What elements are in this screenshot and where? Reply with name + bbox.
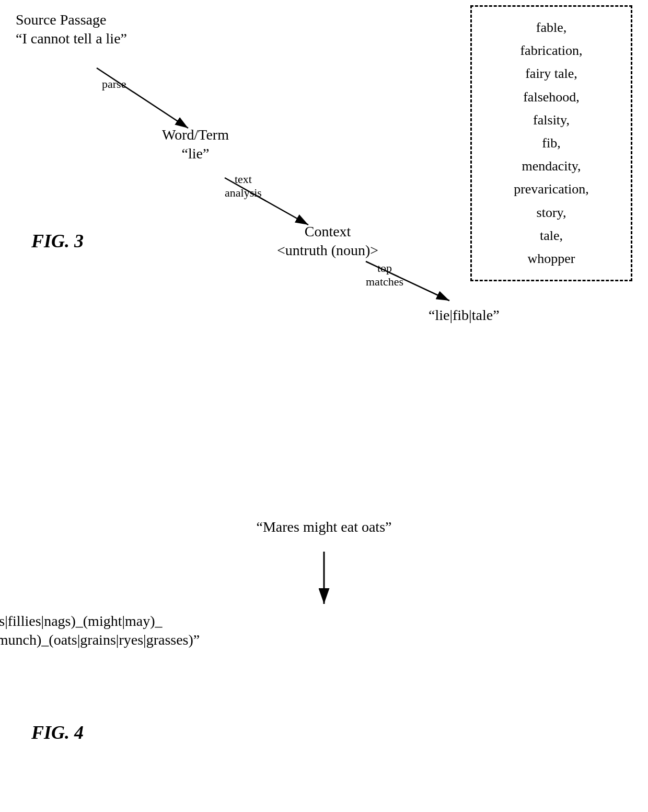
context-label: Context: [305, 223, 351, 239]
parse-label: parse: [102, 77, 126, 91]
word-term-label: Word/Term: [162, 127, 229, 143]
synonyms-box: fable,fabrication,fairy tale,falsehood,f…: [470, 5, 632, 281]
source-passage-node: Source Passage “I cannot tell a lie”: [16, 10, 127, 49]
context-node: Context <untruth (noun)>: [277, 222, 378, 260]
diagram-container: Source Passage “I cannot tell a lie” par…: [0, 0, 648, 812]
result-quote: “lie|fib|tale”: [429, 306, 500, 325]
context-value: <untruth (noun)>: [277, 242, 378, 258]
fig4-output-quote: “(mares|equines|fillies|nags)_(might|may…: [0, 612, 324, 650]
synonym-list: fable,fabrication,fairy tale,falsehood,f…: [514, 20, 589, 266]
fig3-label: FIG. 3: [31, 230, 84, 252]
word-term-node: Word/Term “lie”: [162, 125, 229, 164]
fig4-input-quote: “Mares might eat oats”: [257, 518, 392, 536]
word-term-quote: “lie”: [182, 145, 210, 162]
source-passage-label: Source Passage: [16, 12, 106, 28]
fig4-label: FIG. 4: [31, 722, 84, 744]
fig4-output-line1: “(mares|equines|fillies|nags)_(might|may…: [0, 613, 163, 629]
fig4-output-line2: (eat|consume|devour|munch)_(oats|grains|…: [0, 632, 200, 648]
source-passage-quote: “I cannot tell a lie”: [16, 30, 127, 47]
text-analysis-label: text analysis: [225, 173, 262, 200]
top-matches-label: top matches: [366, 261, 403, 289]
